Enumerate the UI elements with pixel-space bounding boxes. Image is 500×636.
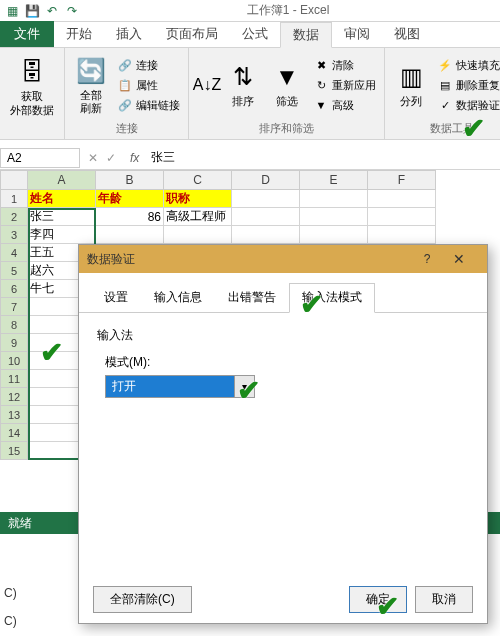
row-header[interactable]: 5 bbox=[0, 262, 28, 280]
group-label: 排序和筛选 bbox=[259, 120, 314, 137]
tab-insert[interactable]: 插入 bbox=[104, 21, 154, 47]
edit-links-button[interactable]: 🔗编辑链接 bbox=[115, 96, 182, 114]
dialog-body: 输入法 模式(M): 打开 ▾ bbox=[79, 313, 487, 412]
tab-view[interactable]: 视图 bbox=[382, 21, 432, 47]
column-headers: A B C D E F bbox=[0, 170, 500, 190]
select-all-corner[interactable] bbox=[0, 170, 28, 190]
cell[interactable]: 86 bbox=[96, 208, 164, 226]
cell[interactable] bbox=[232, 226, 300, 244]
cancel-edit-icon[interactable]: ✕ bbox=[88, 151, 98, 165]
dialog-close-icon[interactable]: ✕ bbox=[439, 251, 479, 267]
tab-file[interactable]: 文件 bbox=[0, 21, 54, 47]
cell[interactable]: 姓名 bbox=[28, 190, 96, 208]
col-header[interactable]: D bbox=[232, 170, 300, 190]
editlinks-icon: 🔗 bbox=[117, 97, 133, 113]
col-header[interactable]: A bbox=[28, 170, 96, 190]
undo-icon[interactable]: ↶ bbox=[44, 3, 60, 19]
formula-input[interactable]: 张三 bbox=[145, 147, 500, 168]
row-header[interactable]: 13 bbox=[0, 406, 28, 424]
clear-filter-button[interactable]: ✖清除 bbox=[311, 56, 378, 74]
dialog-tabs: 设置 输入信息 出错警告 输入法模式 bbox=[79, 273, 487, 313]
dialog-tab-ime-mode[interactable]: 输入法模式 bbox=[289, 283, 375, 313]
dialog-tab-settings[interactable]: 设置 bbox=[91, 283, 141, 312]
group-label: 连接 bbox=[116, 120, 138, 137]
dedupe-icon: ▤ bbox=[437, 77, 453, 93]
cell[interactable] bbox=[300, 226, 368, 244]
dialog-tab-error-alert[interactable]: 出错警告 bbox=[215, 283, 289, 312]
row-header[interactable]: 15 bbox=[0, 442, 28, 460]
refresh-all-button[interactable]: 🔄 全部刷新 bbox=[71, 53, 111, 117]
advanced-filter-button[interactable]: ▼高级 bbox=[311, 96, 378, 114]
remove-duplicates-button[interactable]: ▤删除重复项 bbox=[435, 76, 500, 94]
row-header[interactable]: 11 bbox=[0, 370, 28, 388]
col-header[interactable]: F bbox=[368, 170, 436, 190]
clear-all-button[interactable]: 全部清除(C) bbox=[93, 586, 192, 613]
cell[interactable]: 李四 bbox=[28, 226, 96, 244]
row-header[interactable]: 6 bbox=[0, 280, 28, 298]
col-header[interactable]: E bbox=[300, 170, 368, 190]
cell[interactable] bbox=[300, 190, 368, 208]
properties-button[interactable]: 📋属性 bbox=[115, 76, 182, 94]
cell[interactable] bbox=[96, 226, 164, 244]
name-box[interactable]: A2 bbox=[0, 148, 80, 168]
cell[interactable]: 张三 bbox=[28, 208, 96, 226]
row-header[interactable]: 2 bbox=[0, 208, 28, 226]
row-header[interactable]: 14 bbox=[0, 424, 28, 442]
cell[interactable] bbox=[232, 190, 300, 208]
ok-button[interactable]: 确定 bbox=[349, 586, 407, 613]
ribbon-tabs: 文件 开始 插入 页面布局 公式 数据 审阅 视图 bbox=[0, 22, 500, 48]
get-external-data-button[interactable]: 🗄 获取 外部数据 bbox=[6, 54, 58, 118]
row-header[interactable]: 3 bbox=[0, 226, 28, 244]
chevron-down-icon[interactable]: ▾ bbox=[234, 376, 254, 397]
tab-review[interactable]: 审阅 bbox=[332, 21, 382, 47]
split-icon: ▥ bbox=[395, 61, 427, 93]
sort-asc-button[interactable]: A↓Z bbox=[195, 67, 219, 103]
cell[interactable] bbox=[368, 208, 436, 226]
cancel-button[interactable]: 取消 bbox=[415, 586, 473, 613]
cell[interactable]: 职称 bbox=[164, 190, 232, 208]
sort-button[interactable]: ⇅排序 bbox=[223, 59, 263, 110]
col-header[interactable]: C bbox=[164, 170, 232, 190]
col-header[interactable]: B bbox=[96, 170, 164, 190]
save-icon[interactable]: 💾 bbox=[24, 3, 40, 19]
cell[interactable] bbox=[368, 226, 436, 244]
filter-button[interactable]: ▼筛选 bbox=[267, 59, 307, 110]
cell[interactable] bbox=[232, 208, 300, 226]
title-bar: ▦ 💾 ↶ ↷ 工作簿1 - Excel bbox=[0, 0, 500, 22]
cell[interactable] bbox=[300, 208, 368, 226]
flash-fill-button[interactable]: ⚡快速填充 bbox=[435, 56, 500, 74]
cell[interactable] bbox=[164, 226, 232, 244]
reapply-button[interactable]: ↻重新应用 bbox=[311, 76, 378, 94]
sort-asc-icon: A↓Z bbox=[191, 69, 223, 101]
tab-formulas[interactable]: 公式 bbox=[230, 21, 280, 47]
row-header[interactable]: 4 bbox=[0, 244, 28, 262]
accept-edit-icon[interactable]: ✓ bbox=[106, 151, 116, 165]
row-header[interactable]: 9 bbox=[0, 334, 28, 352]
tab-home[interactable]: 开始 bbox=[54, 21, 104, 47]
tab-data[interactable]: 数据 bbox=[280, 22, 332, 48]
dialog-help-icon[interactable]: ? bbox=[415, 252, 439, 266]
advanced-icon: ▼ bbox=[313, 97, 329, 113]
fx-icon[interactable]: fx bbox=[124, 151, 145, 165]
cell[interactable] bbox=[368, 190, 436, 208]
mode-select[interactable]: 打开 ▾ bbox=[105, 375, 255, 398]
row-header[interactable]: 1 bbox=[0, 190, 28, 208]
clear-icon: ✖ bbox=[313, 57, 329, 73]
quick-access-toolbar: ▦ 💾 ↶ ↷ bbox=[4, 3, 80, 19]
dialog-tab-input-msg[interactable]: 输入信息 bbox=[141, 283, 215, 312]
redo-icon[interactable]: ↷ bbox=[64, 3, 80, 19]
ribbon-group-datatools: ▥分列 ⚡快速填充 ▤删除重复项 ✓数据验证 数据工具 bbox=[385, 48, 500, 139]
cell[interactable]: 高级工程师 bbox=[164, 208, 232, 226]
dialog-title-bar[interactable]: 数据验证 ? ✕ bbox=[79, 245, 487, 273]
formula-bar-buttons: ✕ ✓ bbox=[80, 151, 124, 165]
data-validation-button[interactable]: ✓数据验证 bbox=[435, 96, 500, 114]
cell[interactable]: 年龄 bbox=[96, 190, 164, 208]
connections-button[interactable]: 🔗连接 bbox=[115, 56, 182, 74]
reapply-icon: ↻ bbox=[313, 77, 329, 93]
row-header[interactable]: 7 bbox=[0, 298, 28, 316]
row-header[interactable]: 10 bbox=[0, 352, 28, 370]
text-to-columns-button[interactable]: ▥分列 bbox=[391, 59, 431, 110]
row-header[interactable]: 12 bbox=[0, 388, 28, 406]
row-header[interactable]: 8 bbox=[0, 316, 28, 334]
tab-pagelayout[interactable]: 页面布局 bbox=[154, 21, 230, 47]
